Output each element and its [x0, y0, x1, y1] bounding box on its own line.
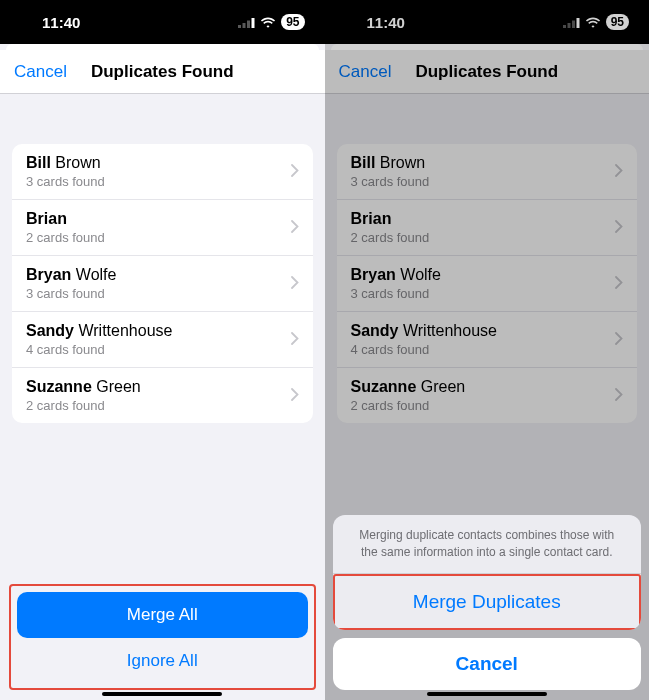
ignore-all-button[interactable]: Ignore All	[17, 638, 308, 684]
list-item[interactable]: Brian 2 cards found	[12, 200, 313, 256]
merge-duplicates-button[interactable]: Merge Duplicates	[335, 576, 640, 628]
cancel-button[interactable]: Cancel	[0, 62, 67, 82]
svg-rect-3	[252, 18, 255, 28]
action-sheet: Merging duplicate contacts combines thos…	[333, 515, 642, 690]
svg-rect-2	[247, 20, 250, 28]
status-time: 11:40	[42, 14, 80, 31]
list-item[interactable]: Suzanne Green2 cards found	[12, 368, 313, 423]
chevron-right-icon	[291, 331, 299, 349]
list-item[interactable]: Sandy Writtenhouse4 cards found	[12, 312, 313, 368]
content: Bill Brown3 cards found Brian 2 cards fo…	[0, 94, 325, 700]
wifi-icon	[260, 17, 276, 28]
cellular-icon	[238, 17, 255, 28]
svg-rect-0	[238, 25, 241, 28]
chevron-right-icon	[291, 275, 299, 293]
merge-highlight: Merge Duplicates	[333, 574, 642, 630]
status-bar: 11:40 95	[0, 0, 325, 44]
chevron-right-icon	[291, 219, 299, 237]
home-indicator[interactable]	[427, 692, 547, 696]
merge-all-button[interactable]: Merge All	[17, 592, 308, 638]
list-item[interactable]: Bill Brown3 cards found	[12, 144, 313, 200]
phone-left: 11:40 95 Cancel Duplicates Found Bill Br…	[0, 0, 325, 700]
battery-badge: 95	[281, 14, 304, 30]
duplicates-list: Bill Brown3 cards found Brian 2 cards fo…	[12, 144, 313, 423]
action-sheet-group: Merging duplicate contacts combines thos…	[333, 515, 642, 630]
phone-right: 11:40 95 Cancel Duplicates Found Bill Br…	[325, 0, 650, 700]
action-sheet-cancel-button[interactable]: Cancel	[333, 638, 642, 690]
action-sheet-cancel-group: Cancel	[333, 638, 642, 690]
page-title: Duplicates Found	[91, 62, 234, 82]
chevron-right-icon	[291, 387, 299, 405]
svg-rect-1	[243, 23, 246, 28]
status-right: 95	[238, 14, 304, 30]
nav-bar: Cancel Duplicates Found	[0, 50, 325, 94]
action-sheet-message: Merging duplicate contacts combines thos…	[333, 515, 642, 574]
home-indicator[interactable]	[102, 692, 222, 696]
footer-highlight: Merge All Ignore All	[9, 584, 316, 690]
list-item[interactable]: Bryan Wolfe3 cards found	[12, 256, 313, 312]
chevron-right-icon	[291, 163, 299, 181]
